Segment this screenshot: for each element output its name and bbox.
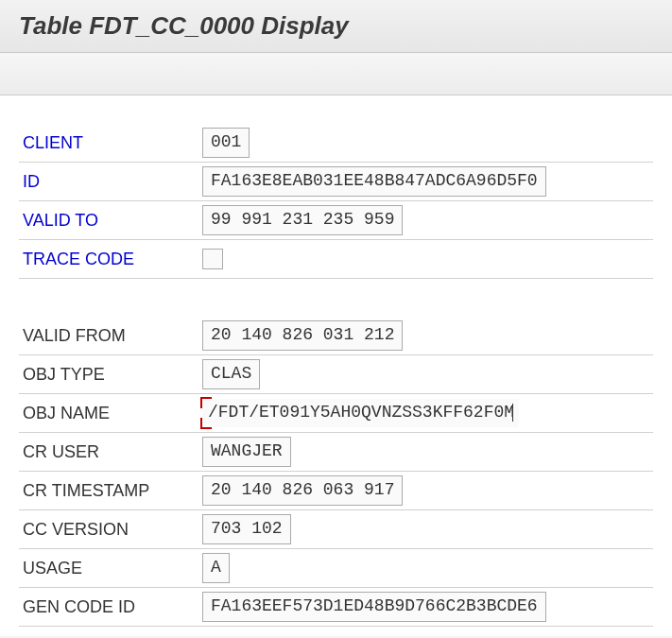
row-obj-type: OBJ TYPE CLAS (19, 355, 653, 394)
row-cr-timestamp: CR TIMESTAMP 20 140 826 063 917 (19, 472, 653, 510)
label-id: ID (19, 172, 202, 192)
row-cr-user: CR USER WANGJER (19, 433, 653, 472)
label-client: CLIENT (19, 133, 202, 153)
value-trace-code[interactable] (202, 249, 223, 269)
row-client: CLIENT 001 (19, 124, 653, 163)
label-valid-to: VALID TO (19, 211, 202, 231)
value-id[interactable]: FA163E8EAB031EE48B847ADC6A96D5F0 (202, 166, 546, 196)
row-obj-name: OBJ NAME /FDT/ET091Y5AH0QVNZSS3KFF62F0M (19, 394, 653, 433)
row-cc-version: CC VERSION 703 102 (19, 510, 653, 549)
value-valid-from[interactable]: 20 140 826 031 212 (202, 320, 403, 350)
value-gen-code-id[interactable]: FA163EEF573D1ED48B9D766C2B3BCDE6 (202, 592, 546, 621)
application-toolbar (0, 53, 672, 95)
label-usage: USAGE (19, 559, 202, 578)
value-cr-user[interactable]: WANGJER (202, 437, 291, 466)
row-valid-to: VALID TO 99 991 231 235 959 (19, 201, 653, 240)
row-id: ID FA163E8EAB031EE48B847ADC6A96D5F0 (19, 163, 653, 201)
value-obj-type[interactable]: CLAS (202, 359, 260, 388)
label-trace-code: TRACE CODE (19, 250, 202, 269)
label-obj-name: OBJ NAME (19, 404, 202, 423)
label-cr-timestamp: CR TIMESTAMP (19, 481, 202, 501)
label-gen-code-id: GEN CODE ID (19, 597, 202, 617)
row-usage: USAGE A (19, 549, 653, 588)
value-cc-version[interactable]: 703 102 (202, 514, 291, 543)
focus-corner-icon (200, 397, 212, 408)
form-content: CLIENT 001 ID FA163E8EAB031EE48B847ADC6A… (0, 95, 672, 636)
value-usage[interactable]: A (202, 553, 230, 582)
table-display-window: Table FDT_CC_0000 Display CLIENT 001 ID … (0, 0, 672, 636)
page-title: Table FDT_CC_0000 Display (19, 11, 653, 41)
label-valid-from: VALID FROM (19, 326, 202, 346)
row-gen-code-id: GEN CODE ID FA163EEF573D1ED48B9D766C2B3B… (19, 588, 653, 627)
value-obj-name[interactable]: /FDT/ET091Y5AH0QVNZSS3KFF62F0M (202, 399, 519, 426)
section-spacer (19, 279, 653, 317)
label-obj-type: OBJ TYPE (19, 365, 202, 385)
label-cr-user: CR USER (19, 442, 202, 462)
row-valid-from: VALID FROM 20 140 826 031 212 (19, 317, 653, 355)
value-valid-to[interactable]: 99 991 231 235 959 (202, 205, 403, 234)
value-cr-timestamp[interactable]: 20 140 826 063 917 (202, 475, 403, 505)
titlebar: Table FDT_CC_0000 Display (0, 0, 672, 53)
row-trace-code: TRACE CODE (19, 240, 653, 279)
text-cursor-icon (512, 404, 513, 422)
label-cc-version: CC VERSION (19, 520, 202, 540)
value-client[interactable]: 001 (202, 128, 250, 157)
focus-corner-icon (200, 418, 212, 429)
focused-field[interactable]: /FDT/ET091Y5AH0QVNZSS3KFF62F0M (202, 399, 519, 426)
